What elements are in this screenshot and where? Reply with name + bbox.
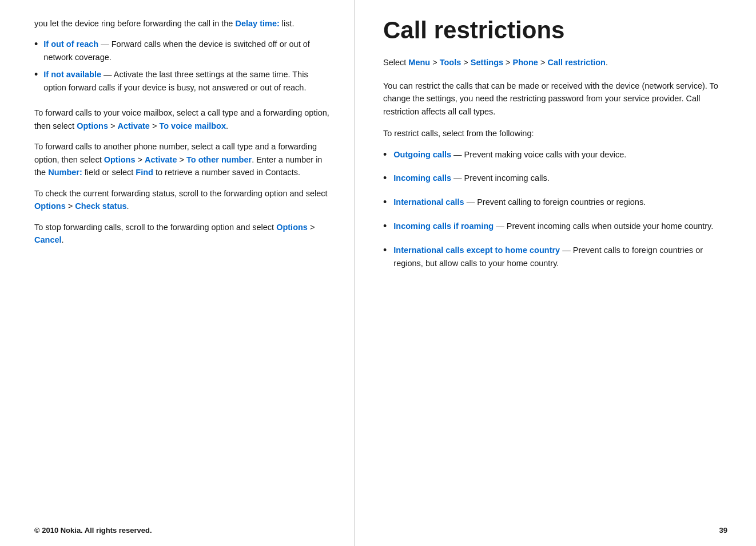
- list-item: If not available — Activate the last thr…: [34, 68, 331, 94]
- breadcrumb-gt4: >: [538, 58, 548, 67]
- para4-after: .: [62, 235, 64, 244]
- breadcrumb: Select Menu > Tools > Settings > Phone >…: [383, 56, 727, 69]
- breadcrumb-call: Call restriction: [547, 58, 606, 67]
- incoming-calls-roaming-link: Incoming calls if roaming: [393, 221, 494, 231]
- para2-after: field or select: [82, 168, 136, 177]
- para3-before: To check the current forwarding status, …: [34, 189, 328, 198]
- page-title: Call restrictions: [383, 17, 727, 43]
- para2-activate: Activate: [145, 155, 177, 164]
- page-number: 39: [719, 526, 727, 535]
- para4-gt: >: [308, 223, 315, 232]
- if-not-available-link: If not available: [43, 70, 101, 79]
- para3-check: Check status: [75, 201, 126, 211]
- para1-to: To voice mailbox: [159, 121, 226, 130]
- footer-text: © 2010 Nokia. All rights reserved.: [34, 526, 152, 535]
- para2-gt2: >: [177, 155, 186, 164]
- para-check-status: To check the current forwarding status, …: [34, 187, 331, 213]
- intro-suffix: list.: [280, 19, 295, 28]
- restrict-intro: To restrict calls, select from the follo…: [383, 127, 727, 140]
- outgoing-calls-link: Outgoing calls: [393, 150, 451, 159]
- para3-gt: >: [66, 201, 75, 211]
- intro-text: you let the device ring before forwardin…: [34, 19, 235, 28]
- incoming-calls-text: — Prevent incoming calls.: [451, 173, 550, 183]
- list-item: International calls — Prevent calling to…: [383, 196, 727, 211]
- para1-gt2: >: [150, 121, 160, 130]
- para1-after: .: [226, 121, 228, 130]
- list-item: Incoming calls if roaming — Prevent inco…: [383, 220, 727, 235]
- breadcrumb-gt3: >: [503, 58, 513, 67]
- incoming-calls-roaming-text: — Prevent incoming calls when outside yo…: [494, 221, 713, 231]
- para2-number: Number:: [48, 168, 82, 177]
- para-other-number: To forward calls to another phone number…: [34, 140, 331, 179]
- para3-options: Options: [34, 201, 66, 211]
- description-text: You can restrict the calls that can be m…: [383, 80, 727, 118]
- outgoing-calls-text: — Prevent making voice calls with your d…: [451, 150, 626, 159]
- para3-after: .: [127, 201, 129, 211]
- list-item: Outgoing calls — Prevent making voice ca…: [383, 148, 727, 163]
- bullet-list: If out of reach — Forward calls when the…: [34, 38, 331, 98]
- left-intro: you let the device ring before forwardin…: [34, 17, 331, 30]
- breadcrumb-menu: Menu: [408, 58, 430, 67]
- breadcrumb-gt1: >: [430, 58, 440, 67]
- para2-options: Options: [104, 155, 136, 164]
- para2-end: to retrieve a number saved in Contacts.: [153, 168, 300, 177]
- breadcrumb-after: .: [606, 58, 608, 67]
- restrict-list: Outgoing calls — Prevent making voice ca…: [383, 148, 727, 270]
- list-item: If out of reach — Forward calls when the…: [34, 38, 331, 64]
- if-out-of-reach-link: If out of reach: [43, 39, 98, 49]
- para1-activate: Activate: [117, 121, 149, 130]
- left-column: you let the device ring before forwardin…: [0, 0, 355, 546]
- para1-options: Options: [77, 121, 108, 130]
- incoming-calls-link: Incoming calls: [393, 173, 451, 183]
- right-column: Call restrictions Select Menu > Tools > …: [355, 0, 756, 546]
- international-calls-text: — Prevent calling to foreign countries o…: [464, 197, 646, 207]
- breadcrumb-gt2: >: [461, 58, 471, 67]
- list-item: International calls except to home count…: [383, 244, 727, 270]
- para2-to-other: To other number: [186, 155, 252, 164]
- para2-gt1: >: [136, 155, 145, 164]
- international-except-home-link: International calls except to home count…: [393, 246, 560, 255]
- para4-before: To stop forwarding calls, scroll to the …: [34, 223, 276, 232]
- delay-time-link: Delay time:: [235, 19, 279, 28]
- page-container: you let the device ring before forwardin…: [0, 0, 756, 546]
- para4-options: Options: [276, 223, 308, 232]
- para-voicemail: To forward calls to your voice mailbox, …: [34, 106, 331, 132]
- breadcrumb-settings: Settings: [471, 58, 503, 67]
- breadcrumb-tools: Tools: [440, 58, 461, 67]
- para2-find: Find: [136, 168, 153, 177]
- para4-cancel: Cancel: [34, 235, 62, 244]
- breadcrumb-select: Select: [383, 58, 408, 67]
- international-calls-link: International calls: [393, 197, 464, 207]
- para1-gt1: >: [108, 121, 118, 130]
- breadcrumb-phone: Phone: [513, 58, 538, 67]
- para-cancel: To stop forwarding calls, scroll to the …: [34, 221, 331, 247]
- list-item: Incoming calls — Prevent incoming calls.: [383, 172, 727, 187]
